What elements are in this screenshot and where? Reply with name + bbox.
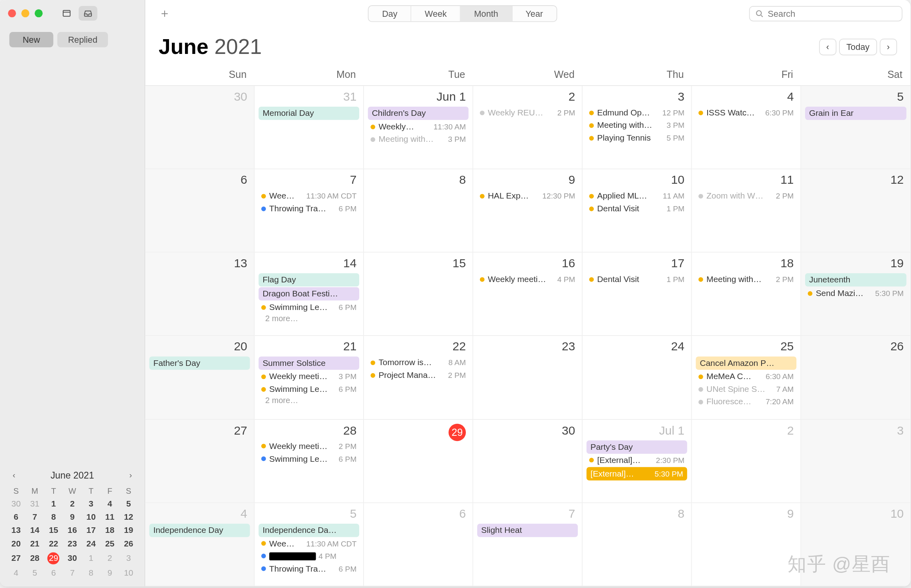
mini-cal-day[interactable]: 10 — [119, 566, 138, 580]
event-item[interactable]: Weekly meeti…3 PM — [259, 371, 359, 383]
mini-cal-day[interactable]: 13 — [7, 524, 26, 537]
mini-cal-day[interactable]: 11 — [100, 511, 119, 524]
mini-cal-day[interactable]: 3 — [119, 550, 138, 566]
event-item[interactable]: Zoom with W…2 PM — [696, 190, 796, 202]
day-cell[interactable]: 5Grain in Ear — [801, 86, 911, 169]
day-cell[interactable]: 25Cancel Amazon P…MeMeA C…6:30 AMUNet Sp… — [692, 336, 801, 419]
day-cell[interactable]: 3 — [801, 419, 911, 503]
mini-cal-day[interactable]: 31 — [26, 497, 44, 510]
event-item[interactable]: Weekly REU…2 PM — [477, 107, 578, 119]
event-item[interactable]: 4 PM — [259, 550, 359, 562]
day-cell[interactable]: 8 — [583, 503, 692, 586]
mini-cal-day[interactable]: 2 — [63, 497, 82, 510]
view-year[interactable]: Year — [512, 6, 557, 21]
event-item[interactable]: MeMeA C…6:30 AM — [696, 371, 796, 383]
filter-new[interactable]: New — [9, 32, 53, 47]
calendar-list-icon[interactable] — [57, 6, 76, 21]
today-button[interactable]: Today — [839, 39, 877, 56]
event-item[interactable]: Send Mazi…5:30 PM — [805, 287, 907, 299]
close-window-button[interactable] — [8, 9, 16, 17]
event-item[interactable]: Edmund Op…12 PM — [587, 107, 687, 119]
day-cell[interactable]: 31Memorial Day — [255, 86, 364, 169]
filter-replied[interactable]: Replied — [57, 32, 108, 47]
event-item[interactable]: Tomorrow is…8 AM — [368, 357, 469, 369]
event-item[interactable]: Throwing Tra…6 PM — [259, 563, 359, 575]
event-item[interactable]: Juneteenth — [805, 273, 907, 286]
mini-cal-day[interactable]: 25 — [100, 537, 119, 550]
event-item[interactable]: Wee…11:30 AM CDT — [259, 190, 359, 202]
prev-month-button[interactable]: ‹ — [819, 39, 836, 56]
event-item[interactable]: HAL Exp…12:30 PM — [477, 190, 578, 202]
event-item[interactable]: [External]…2:30 PM — [587, 454, 687, 466]
mini-cal-day[interactable]: 9 — [63, 511, 82, 524]
event-item[interactable]: Dental Visit1 PM — [587, 203, 687, 215]
mini-cal-day[interactable]: 16 — [63, 524, 82, 537]
day-cell[interactable]: 18Meeting with…2 PM — [692, 253, 801, 336]
mini-cal-day[interactable]: 4 — [100, 497, 119, 510]
mini-cal-day[interactable]: 6 — [7, 511, 26, 524]
event-item[interactable]: Weekly meeti…2 PM — [259, 440, 359, 452]
event-item[interactable]: Fluoresce…7:20 AM — [696, 396, 796, 408]
mini-cal-day[interactable]: 5 — [26, 566, 44, 580]
day-cell[interactable]: 26 — [801, 336, 911, 419]
next-month-button[interactable]: › — [879, 39, 897, 56]
event-item[interactable]: Dental Visit1 PM — [587, 273, 687, 285]
event-item[interactable]: Wee…11:30 AM CDT — [259, 538, 359, 550]
event-item[interactable]: Memorial Day — [259, 107, 359, 120]
day-cell[interactable]: 5Independence Da…Wee…11:30 AM CDT4 PMThr… — [255, 503, 364, 586]
day-cell[interactable]: 7Wee…11:30 AM CDTThrowing Tra…6 PM — [255, 169, 364, 253]
day-cell[interactable]: 22Tomorrow is…8 AMProject Mana…2 PM — [364, 336, 473, 419]
mini-cal-grid[interactable]: SMTWTFS 30311234567891011121314151617181… — [7, 485, 138, 580]
fullscreen-window-button[interactable] — [35, 9, 43, 17]
day-cell[interactable]: 9 — [692, 503, 801, 586]
day-cell[interactable]: 9HAL Exp…12:30 PM — [473, 169, 583, 253]
mini-cal-day[interactable]: 24 — [82, 537, 100, 550]
day-cell[interactable]: 14Flag DayDragon Boat Festi…Swimming Le…… — [255, 253, 364, 336]
day-cell[interactable]: 4Independence Day — [145, 503, 255, 586]
mini-cal-day[interactable]: 14 — [26, 524, 44, 537]
day-cell[interactable]: 30 — [473, 419, 583, 503]
mini-cal-day[interactable]: 1 — [44, 497, 63, 510]
event-item[interactable]: Weekly meeti…4 PM — [477, 273, 578, 285]
mini-cal-next-icon[interactable]: › — [125, 469, 137, 481]
view-month[interactable]: Month — [461, 6, 512, 21]
mini-cal-day[interactable]: 2 — [100, 550, 119, 566]
event-item[interactable]: Cancel Amazon P… — [696, 357, 796, 370]
mini-cal-day[interactable]: 26 — [119, 537, 138, 550]
event-item[interactable]: Children's Day — [368, 107, 469, 120]
event-item[interactable]: Dragon Boat Festi… — [259, 287, 359, 300]
event-item[interactable]: Swimming Le…6 PM — [259, 453, 359, 465]
day-cell[interactable]: Jun 1Children's DayWeekly…11:30 AMMeetin… — [364, 86, 473, 169]
more-events-link[interactable]: 2 more… — [259, 396, 359, 405]
event-item[interactable]: Flag Day — [259, 273, 359, 286]
event-item[interactable]: Swimming Le…6 PM — [259, 301, 359, 313]
mini-cal-day[interactable]: 10 — [82, 511, 100, 524]
inbox-icon[interactable] — [79, 6, 97, 21]
event-item[interactable]: ISSS Watc…6:30 PM — [696, 107, 796, 119]
mini-cal-day[interactable]: 18 — [100, 524, 119, 537]
view-day[interactable]: Day — [369, 6, 412, 21]
day-cell[interactable]: 15 — [364, 253, 473, 336]
event-item[interactable]: Summer Solstice — [259, 357, 359, 370]
mini-cal-day[interactable]: 8 — [44, 511, 63, 524]
day-cell[interactable]: 4ISSS Watc…6:30 PM — [692, 86, 801, 169]
view-week[interactable]: Week — [412, 6, 461, 21]
day-cell[interactable]: 23 — [473, 336, 583, 419]
day-cell[interactable]: 19JuneteenthSend Mazi…5:30 PM — [801, 253, 911, 336]
day-cell[interactable]: 28Weekly meeti…2 PMSwimming Le…6 PM — [255, 419, 364, 503]
day-cell[interactable]: 21Summer SolsticeWeekly meeti…3 PMSwimmi… — [255, 336, 364, 419]
mini-cal-day[interactable]: 5 — [119, 497, 138, 510]
event-item[interactable]: Meeting with…3 PM — [368, 133, 469, 145]
event-item[interactable]: UNet Spine S…7 AM — [696, 383, 796, 395]
mini-cal-day[interactable]: 1 — [82, 550, 100, 566]
day-cell[interactable]: 13 — [145, 253, 255, 336]
mini-cal-prev-icon[interactable]: ‹ — [8, 469, 20, 481]
day-cell[interactable]: 6 — [364, 503, 473, 586]
mini-cal-day[interactable]: 3 — [82, 497, 100, 510]
day-cell[interactable]: 7Slight Heat — [473, 503, 583, 586]
event-item[interactable]: Meeting with…3 PM — [587, 119, 687, 131]
event-item[interactable]: Independence Day — [149, 524, 250, 537]
mini-cal-day[interactable]: 21 — [26, 537, 44, 550]
mini-cal-day[interactable]: 29 — [44, 550, 63, 566]
day-cell[interactable]: 27 — [145, 419, 255, 503]
